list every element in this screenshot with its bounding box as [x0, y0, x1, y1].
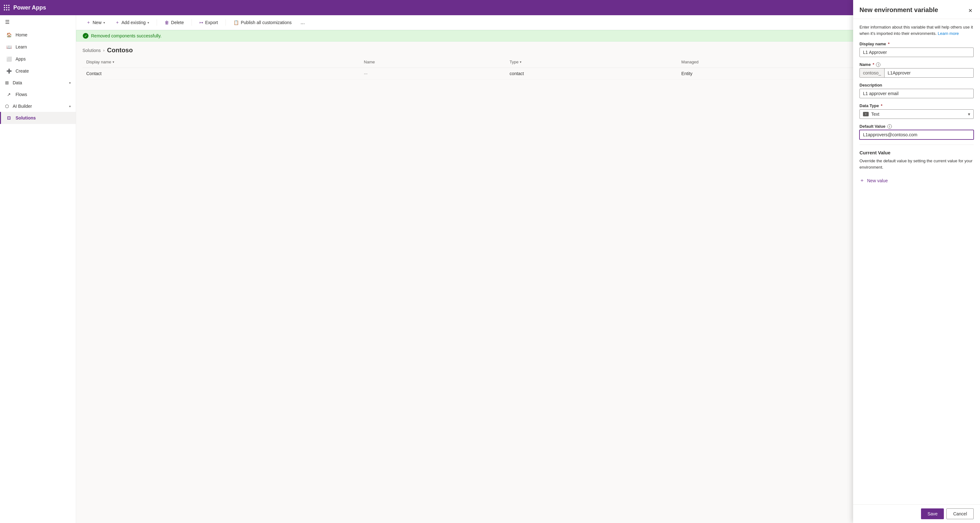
sidebar-item-apps[interactable]: ⬜ Apps — [0, 53, 76, 65]
default-value-input[interactable] — [859, 130, 974, 139]
breadcrumb-parent[interactable]: Solutions — [83, 48, 101, 53]
solutions-icon: ⊡ — [6, 115, 12, 121]
table-row[interactable]: Contact ··· contact Entity 🔒 — [83, 68, 974, 79]
flows-icon: ↗ — [6, 92, 12, 97]
row-more-icon[interactable]: ··· — [364, 71, 368, 76]
new-label: New — [92, 20, 102, 25]
col-managed-label: Managed — [681, 60, 698, 64]
save-button[interactable]: Save — [921, 509, 944, 519]
cell-display-name: Contact — [83, 68, 360, 79]
data-icon: ⊞ — [5, 80, 9, 85]
delete-button[interactable]: 🗑 Delete — [161, 18, 188, 27]
plus-icon: ＋ — [86, 20, 91, 25]
col-type[interactable]: Type ▾ — [506, 56, 678, 68]
current-value-title: Current Value — [859, 150, 974, 155]
name-input[interactable] — [885, 68, 973, 77]
publish-icon: 📋 — [234, 20, 239, 25]
create-icon: ➕ — [6, 68, 12, 74]
sidebar-item-solutions[interactable]: ⊡ Solutions — [0, 112, 76, 124]
panel-header: New environment variable ✕ — [853, 0, 980, 19]
sidebar-item-flows[interactable]: ↗ Flows — [0, 89, 76, 100]
sidebar-item-label: AI Builder — [13, 104, 32, 109]
data-type-group: Data Type * T Text ▾ — [859, 103, 974, 119]
cell-actions: ··· — [360, 68, 506, 79]
add-existing-label: Add existing — [121, 20, 146, 25]
data-type-label-container: Data Type * — [859, 103, 974, 108]
data-type-required-star: * — [881, 103, 882, 108]
toolbar: ＋ New ▾ ＋ Add existing ▾ 🗑 Delete ↦ Expo… — [76, 15, 980, 30]
sidebar-item-label: Learn — [16, 44, 27, 49]
text-type-icon: T — [863, 112, 869, 116]
app-launcher-icon[interactable] — [4, 5, 10, 11]
sidebar-item-home[interactable]: 🏠 Home — [0, 29, 76, 41]
display-name-label: Display name — [859, 41, 886, 46]
toolbar-divider-3 — [226, 19, 226, 26]
new-value-button[interactable]: ＋ New value — [859, 175, 888, 186]
breadcrumb-separator: › — [103, 48, 105, 52]
add-existing-button[interactable]: ＋ Add existing ▾ — [111, 18, 153, 27]
success-check-icon: ✓ — [83, 33, 89, 39]
sidebar-item-learn[interactable]: 📖 Learn — [0, 41, 76, 53]
home-icon: 🏠 — [6, 32, 12, 38]
default-value-info-icon[interactable]: i — [888, 124, 892, 129]
new-button[interactable]: ＋ New ▾ — [83, 18, 109, 27]
col-name-label: Name — [364, 60, 375, 64]
main-content: ＋ New ▾ ＋ Add existing ▾ 🗑 Delete ↦ Expo… — [76, 15, 980, 523]
cancel-button[interactable]: Cancel — [947, 509, 974, 519]
data-type-select[interactable]: T Text ▾ — [859, 109, 974, 119]
apps-icon: ⬜ — [6, 56, 12, 62]
more-button[interactable]: ... — [298, 18, 307, 27]
default-value-group: Default Value i — [859, 124, 974, 139]
panel-description: Enter information about this variable th… — [859, 24, 974, 36]
col-name: Name — [360, 56, 506, 68]
table-area: Display name ▾ Name Type ▾ — [76, 56, 980, 523]
data-type-label: Data Type — [859, 103, 879, 108]
solutions-table: Display name ▾ Name Type ▾ — [83, 56, 974, 79]
sidebar-item-ai-builder[interactable]: ⬡ AI Builder ▾ — [0, 100, 76, 112]
display-name-input[interactable] — [859, 48, 974, 57]
description-label: Description — [859, 83, 882, 87]
type-sort-icon: ▾ — [520, 60, 522, 64]
sidebar-item-label: Flows — [16, 92, 27, 97]
name-label: Name — [859, 62, 870, 67]
description-input[interactable] — [859, 89, 974, 98]
data-type-value: Text — [871, 112, 880, 117]
sidebar-item-create[interactable]: ➕ Create — [0, 65, 76, 77]
add-existing-icon: ＋ — [115, 20, 119, 25]
chevron-down-icon: ▾ — [69, 105, 71, 108]
display-name-label-container: Display name * — [859, 41, 974, 46]
panel-close-button[interactable]: ✕ — [967, 6, 974, 15]
breadcrumb-current: Contoso — [107, 47, 133, 54]
more-icon: ... — [301, 20, 305, 25]
export-button[interactable]: ↦ Export — [196, 18, 222, 27]
learn-more-link[interactable]: Learn more — [938, 31, 959, 36]
display-name-group: Display name * — [859, 41, 974, 57]
data-type-chevron-icon: ▾ — [968, 112, 970, 117]
new-chevron-icon: ▾ — [103, 21, 105, 24]
sidebar-item-label: Create — [16, 68, 29, 73]
ai-builder-icon: ⬡ — [5, 104, 9, 109]
panel-title: New environment variable — [859, 6, 938, 14]
sidebar-item-label: Home — [16, 32, 27, 37]
sidebar-item-label: Apps — [16, 56, 26, 62]
col-managed: Managed — [678, 56, 872, 68]
publish-label: Publish all customizations — [241, 20, 291, 25]
col-display-name[interactable]: Display name ▾ — [83, 56, 360, 68]
new-value-label: New value — [867, 178, 888, 183]
name-info-icon[interactable]: i — [876, 62, 880, 67]
sidebar-item-data[interactable]: ⊞ Data ▾ — [0, 77, 76, 89]
export-icon: ↦ — [199, 20, 203, 25]
learn-icon: 📖 — [6, 44, 12, 50]
required-star: * — [888, 41, 889, 46]
sidebar: ☰ 🏠 Home 📖 Learn ⬜ Apps ➕ Create ⊞ Data … — [0, 15, 76, 523]
hamburger-menu[interactable]: ☰ — [0, 15, 76, 29]
publish-button[interactable]: 📋 Publish all customizations — [230, 18, 295, 27]
new-env-variable-panel: New environment variable ✕ Enter informa… — [853, 0, 980, 523]
top-nav: Power Apps 🌐 Environ Contoso — [0, 0, 980, 15]
sidebar-item-label: Data — [13, 80, 22, 85]
name-required-star: * — [872, 62, 874, 67]
add-existing-chevron-icon: ▾ — [148, 21, 149, 24]
description-group: Description — [859, 83, 974, 98]
banner-message: Removed components successfully. — [91, 33, 161, 38]
col-type-label: Type — [510, 60, 519, 64]
